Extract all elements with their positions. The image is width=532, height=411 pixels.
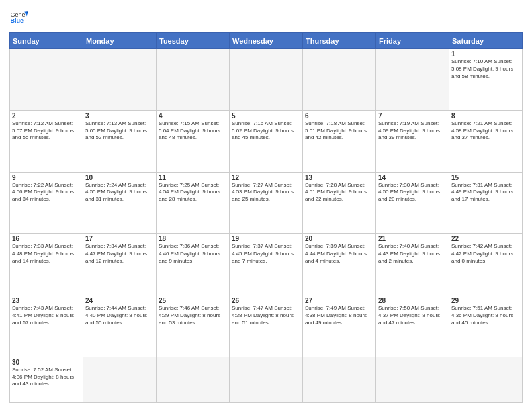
day-info: Sunrise: 7:34 AM Sunset: 4:47 PM Dayligh… [85, 243, 154, 265]
day-number: 29 [451, 297, 520, 304]
calendar-cell [376, 357, 449, 402]
day-number: 20 [305, 235, 373, 242]
day-header-monday: Monday [83, 33, 157, 49]
calendar-cell: 20Sunrise: 7:39 AM Sunset: 4:44 PM Dayli… [303, 234, 376, 295]
day-info: Sunrise: 7:22 AM Sunset: 4:56 PM Dayligh… [12, 182, 81, 203]
calendar-cell: 2Sunrise: 7:12 AM Sunset: 5:07 PM Daylig… [10, 110, 83, 172]
day-info: Sunrise: 7:30 AM Sunset: 4:50 PM Dayligh… [378, 182, 447, 203]
day-number: 15 [451, 174, 520, 181]
day-number: 10 [85, 174, 154, 181]
day-number: 3 [85, 112, 154, 120]
calendar-cell: 8Sunrise: 7:21 AM Sunset: 4:58 PM Daylig… [449, 110, 523, 172]
calendar-cell: 3Sunrise: 7:13 AM Sunset: 5:05 PM Daylig… [83, 110, 157, 172]
calendar-cell: 16Sunrise: 7:33 AM Sunset: 4:48 PM Dayli… [10, 234, 83, 295]
calendar-cell: 14Sunrise: 7:30 AM Sunset: 4:50 PM Dayli… [376, 172, 449, 234]
day-number: 5 [232, 112, 300, 120]
calendar-cell [230, 357, 303, 402]
day-number: 6 [305, 112, 373, 120]
day-info: Sunrise: 7:15 AM Sunset: 5:04 PM Dayligh… [159, 120, 227, 142]
calendar-cell: 11Sunrise: 7:25 AM Sunset: 4:54 PM Dayli… [157, 172, 230, 234]
calendar-cell [10, 49, 83, 111]
day-info: Sunrise: 7:19 AM Sunset: 4:59 PM Dayligh… [378, 120, 447, 142]
day-number: 2 [12, 112, 81, 120]
day-header-tuesday: Tuesday [157, 33, 230, 49]
calendar-cell [157, 357, 230, 402]
day-number: 27 [305, 297, 373, 304]
calendar-cell: 25Sunrise: 7:46 AM Sunset: 4:39 PM Dayli… [157, 295, 230, 357]
calendar-cell: 9Sunrise: 7:22 AM Sunset: 4:56 PM Daylig… [10, 172, 83, 234]
calendar-cell: 17Sunrise: 7:34 AM Sunset: 4:47 PM Dayli… [83, 234, 157, 295]
day-info: Sunrise: 7:37 AM Sunset: 4:45 PM Dayligh… [232, 243, 300, 265]
day-info: Sunrise: 7:36 AM Sunset: 4:46 PM Dayligh… [159, 243, 227, 265]
day-info: Sunrise: 7:25 AM Sunset: 4:54 PM Dayligh… [159, 182, 227, 203]
calendar-cell [376, 49, 449, 111]
calendar-cell: 13Sunrise: 7:28 AM Sunset: 4:51 PM Dayli… [303, 172, 376, 234]
day-number: 14 [378, 174, 447, 181]
calendar-cell: 28Sunrise: 7:50 AM Sunset: 4:37 PM Dayli… [376, 295, 449, 357]
day-info: Sunrise: 7:28 AM Sunset: 4:51 PM Dayligh… [305, 182, 373, 203]
calendar-cell [449, 357, 523, 402]
day-info: Sunrise: 7:42 AM Sunset: 4:42 PM Dayligh… [451, 243, 520, 265]
day-number: 22 [451, 235, 520, 242]
day-number: 12 [232, 174, 300, 181]
day-header-wednesday: Wednesday [230, 33, 303, 49]
calendar-cell: 30Sunrise: 7:52 AM Sunset: 4:36 PM Dayli… [10, 357, 83, 402]
day-info: Sunrise: 7:51 AM Sunset: 4:36 PM Dayligh… [451, 305, 520, 326]
day-number: 19 [232, 235, 300, 242]
calendar-cell: 27Sunrise: 7:49 AM Sunset: 4:38 PM Dayli… [303, 295, 376, 357]
day-info: Sunrise: 7:49 AM Sunset: 4:38 PM Dayligh… [305, 305, 373, 326]
day-info: Sunrise: 7:16 AM Sunset: 5:02 PM Dayligh… [232, 120, 300, 142]
calendar-cell: 24Sunrise: 7:44 AM Sunset: 4:40 PM Dayli… [83, 295, 157, 357]
day-info: Sunrise: 7:40 AM Sunset: 4:43 PM Dayligh… [378, 243, 447, 265]
day-number: 25 [159, 297, 227, 304]
calendar-cell [230, 49, 303, 111]
calendar-cell: 10Sunrise: 7:24 AM Sunset: 4:55 PM Dayli… [83, 172, 157, 234]
generalblue-icon: General Blue [9, 8, 28, 27]
day-number: 23 [12, 297, 81, 304]
day-header-saturday: Saturday [449, 33, 523, 49]
calendar-cell [303, 357, 376, 402]
day-number: 11 [159, 174, 227, 181]
svg-text:Blue: Blue [10, 17, 24, 24]
day-info: Sunrise: 7:46 AM Sunset: 4:39 PM Dayligh… [159, 305, 227, 326]
calendar-cell: 1Sunrise: 7:10 AM Sunset: 5:08 PM Daylig… [449, 49, 523, 111]
day-info: Sunrise: 7:52 AM Sunset: 4:36 PM Dayligh… [12, 367, 81, 388]
calendar-week-row: 9Sunrise: 7:22 AM Sunset: 4:56 PM Daylig… [10, 172, 523, 234]
day-info: Sunrise: 7:50 AM Sunset: 4:37 PM Dayligh… [378, 305, 447, 326]
day-info: Sunrise: 7:43 AM Sunset: 4:41 PM Dayligh… [12, 305, 81, 326]
day-info: Sunrise: 7:33 AM Sunset: 4:48 PM Dayligh… [12, 243, 81, 265]
calendar-header-row: SundayMondayTuesdayWednesdayThursdayFrid… [10, 33, 523, 49]
day-info: Sunrise: 7:47 AM Sunset: 4:38 PM Dayligh… [232, 305, 300, 326]
day-header-sunday: Sunday [10, 33, 83, 49]
day-header-thursday: Thursday [303, 33, 376, 49]
day-info: Sunrise: 7:12 AM Sunset: 5:07 PM Dayligh… [12, 120, 81, 142]
calendar-cell: 5Sunrise: 7:16 AM Sunset: 5:02 PM Daylig… [230, 110, 303, 172]
calendar-week-row: 2Sunrise: 7:12 AM Sunset: 5:07 PM Daylig… [10, 110, 523, 172]
calendar-cell: 15Sunrise: 7:31 AM Sunset: 4:49 PM Dayli… [449, 172, 523, 234]
day-number: 16 [12, 235, 81, 242]
calendar-week-row: 1Sunrise: 7:10 AM Sunset: 5:08 PM Daylig… [10, 49, 523, 111]
day-number: 28 [378, 297, 447, 304]
day-info: Sunrise: 7:39 AM Sunset: 4:44 PM Dayligh… [305, 243, 373, 265]
calendar-cell: 21Sunrise: 7:40 AM Sunset: 4:43 PM Dayli… [376, 234, 449, 295]
day-info: Sunrise: 7:44 AM Sunset: 4:40 PM Dayligh… [85, 305, 154, 326]
day-number: 4 [159, 112, 227, 120]
day-number: 26 [232, 297, 300, 304]
day-number: 1 [451, 50, 520, 58]
day-number: 8 [451, 112, 520, 120]
calendar-cell: 29Sunrise: 7:51 AM Sunset: 4:36 PM Dayli… [449, 295, 523, 357]
day-number: 30 [12, 359, 81, 366]
calendar-cell: 18Sunrise: 7:36 AM Sunset: 4:46 PM Dayli… [157, 234, 230, 295]
logo: General Blue [9, 8, 28, 27]
day-info: Sunrise: 7:10 AM Sunset: 5:08 PM Dayligh… [451, 58, 520, 80]
day-info: Sunrise: 7:13 AM Sunset: 5:05 PM Dayligh… [85, 120, 154, 142]
day-number: 21 [378, 235, 447, 242]
calendar-cell: 26Sunrise: 7:47 AM Sunset: 4:38 PM Dayli… [230, 295, 303, 357]
calendar-week-row: 16Sunrise: 7:33 AM Sunset: 4:48 PM Dayli… [10, 234, 523, 295]
calendar-cell: 19Sunrise: 7:37 AM Sunset: 4:45 PM Dayli… [230, 234, 303, 295]
calendar-week-row: 30Sunrise: 7:52 AM Sunset: 4:36 PM Dayli… [10, 357, 523, 402]
day-number: 13 [305, 174, 373, 181]
calendar-cell: 22Sunrise: 7:42 AM Sunset: 4:42 PM Dayli… [449, 234, 523, 295]
page: General Blue SundayMondayTuesdayWednesda… [0, 0, 532, 411]
day-number: 9 [12, 174, 81, 181]
